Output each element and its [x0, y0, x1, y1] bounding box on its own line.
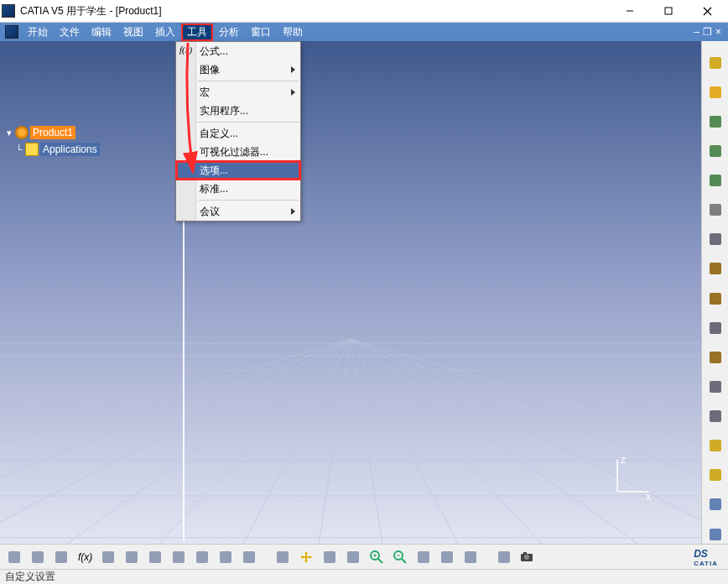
svg-rect-33 [710, 175, 721, 186]
rotate-icon[interactable] [320, 548, 339, 566]
zoomout-icon[interactable] [391, 548, 409, 566]
menu-item-实用程序[interactable]: 实用程序... [176, 102, 300, 120]
menu-item-宏[interactable]: 宏 [176, 83, 300, 102]
mdi-controls: – ❐ × [694, 26, 726, 38]
svg-rect-35 [710, 233, 721, 245]
svg-text:f(x): f(x) [78, 551, 92, 563]
ruler-icon[interactable] [29, 548, 47, 566]
hand-icon[interactable] [344, 548, 362, 566]
pan-icon[interactable] [414, 548, 433, 566]
box-icon[interactable] [705, 289, 725, 308]
camera-icon[interactable] [518, 548, 537, 566]
close-button[interactable] [688, 0, 726, 22]
bulb2-icon[interactable] [705, 466, 725, 485]
menu-item-label: 会议 [200, 205, 220, 219]
nav-icon[interactable] [705, 524, 725, 544]
menu-separator [198, 122, 299, 123]
tree-label-product[interactable]: Product1 [30, 126, 75, 139]
menu-插入[interactable]: 插入 [149, 23, 181, 41]
gear-a-icon[interactable] [705, 112, 725, 131]
tree-node-applications[interactable]: └ Applications [5, 142, 100, 157]
svg-rect-55 [220, 551, 231, 563]
palette-icon[interactable] [99, 548, 117, 566]
svg-rect-41 [710, 410, 721, 422]
ruler-a-icon[interactable] [705, 259, 725, 279]
align-icon[interactable] [495, 548, 513, 566]
menu-编辑[interactable]: 编辑 [86, 23, 117, 41]
tulip-icon[interactable] [122, 548, 141, 566]
tools-menu-dropdown: f(x)公式...图像宏实用程序...自定义...可视化过滤器...选项...标… [175, 41, 301, 222]
cube-icon[interactable] [240, 548, 258, 566]
rect-icon[interactable] [5, 548, 23, 566]
menu-文件[interactable]: 文件 [54, 23, 86, 41]
menu-item-可视化过滤器[interactable]: 可视化过滤器... [176, 143, 300, 161]
menu-item-图像[interactable]: 图像 [176, 60, 300, 79]
menu-item-label: 标准... [200, 182, 228, 196]
grid-icon[interactable] [705, 318, 725, 337]
mdi-close[interactable]: × [715, 26, 721, 38]
viewport-3d[interactable]: ▾ Product1 └ Applications z x [0, 41, 701, 544]
svg-line-65 [402, 559, 406, 563]
layers-icon[interactable] [705, 230, 725, 249]
menu-视图[interactable]: 视图 [117, 23, 149, 41]
mdi-restore[interactable]: ❐ [703, 26, 712, 38]
mdi-minimize[interactable]: – [694, 26, 699, 38]
svg-point-72 [524, 555, 529, 560]
ruler-b-icon[interactable] [705, 347, 725, 367]
svg-rect-50 [102, 551, 114, 563]
boxdot-icon[interactable] [193, 548, 211, 566]
zoomin-icon[interactable] [367, 548, 386, 566]
iso-icon[interactable] [438, 548, 456, 566]
svg-rect-73 [523, 552, 527, 555]
fly-icon[interactable] [461, 548, 480, 566]
tree-label-applications[interactable]: Applications [40, 143, 100, 156]
tree-node-product[interactable]: ▾ Product1 [5, 125, 100, 140]
gear-c-icon[interactable] [705, 171, 725, 190]
cursor-icon[interactable] [705, 82, 725, 102]
maximize-button[interactable] [649, 0, 688, 22]
svg-rect-48 [55, 551, 67, 563]
grid-icon[interactable] [169, 548, 188, 566]
star-icon[interactable] [705, 436, 725, 456]
menu-窗口[interactable]: 窗口 [245, 23, 277, 41]
menu-item-label: 可视化过滤器... [200, 145, 268, 159]
list-b-icon[interactable] [705, 407, 725, 426]
menu-item-选项[interactable]: 选项... [176, 161, 300, 180]
bulb-icon[interactable] [705, 53, 725, 72]
tree-toggle[interactable]: ▾ [5, 128, 13, 138]
list-a-icon[interactable] [705, 377, 725, 396]
menu-item-标准[interactable]: 标准... [176, 180, 300, 198]
fx-icon[interactable]: f(x) [75, 548, 94, 566]
svg-rect-34 [710, 204, 721, 216]
minimize-button[interactable] [611, 0, 649, 22]
menu-item-label: 图像 [200, 63, 220, 77]
svg-rect-57 [277, 551, 289, 563]
svg-rect-46 [8, 551, 20, 563]
menu-工具[interactable]: 工具 [181, 23, 213, 41]
menu-分析[interactable]: 分析 [213, 23, 245, 41]
menu-item-公式[interactable]: f(x)公式... [176, 42, 300, 60]
menu-item-会议[interactable]: 会议 [176, 202, 300, 221]
box-icon[interactable] [216, 548, 235, 566]
pointer-icon[interactable] [273, 548, 292, 566]
move-icon[interactable] [297, 548, 315, 566]
right-toolbar [701, 41, 728, 544]
stack-icon[interactable] [705, 201, 725, 220]
title-bar: CATIA V5 用于学生 - [Product1] [0, 0, 728, 23]
svg-rect-52 [149, 551, 161, 563]
submenu-arrow-icon [291, 66, 295, 73]
menu-item-label: 公式... [200, 44, 228, 59]
ground-grid [0, 41, 701, 544]
svg-rect-67 [418, 551, 429, 563]
window-title: CATIA V5 用于学生 - [Product1] [20, 4, 611, 18]
tool-icon[interactable] [146, 548, 164, 566]
svg-rect-42 [710, 440, 721, 451]
status-bar: 自定义设置 [0, 569, 728, 584]
up-icon[interactable] [52, 548, 70, 566]
menu-开始[interactable]: 开始 [22, 23, 54, 41]
svg-rect-54 [196, 551, 208, 563]
gear-b-icon[interactable] [705, 141, 725, 160]
menu-item-自定义[interactable]: 自定义... [176, 124, 300, 143]
menu-帮助[interactable]: 帮助 [277, 23, 309, 41]
axes-icon[interactable] [705, 495, 725, 514]
